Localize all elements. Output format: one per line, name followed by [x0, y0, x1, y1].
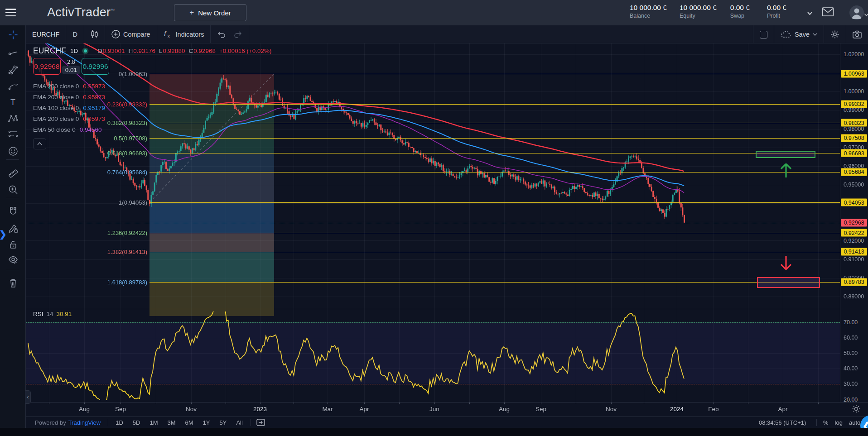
panel-expand-icon[interactable]: ❯: [0, 228, 5, 240]
range-button-6m[interactable]: 6M: [183, 419, 196, 426]
indicator-value: 0.95973: [83, 94, 105, 101]
chart-area: 0(1.00963)0.236(0.99332)0.382(0.98323)0.…: [26, 43, 868, 428]
tool-hide-all[interactable]: [8, 254, 19, 265]
fib-level-line[interactable]: [149, 153, 840, 153]
mail-icon[interactable]: [822, 7, 834, 17]
plus-icon: +: [189, 8, 194, 17]
interval-button[interactable]: D: [66, 25, 83, 43]
layout-icon: [760, 31, 767, 38]
down-arrow[interactable]: [778, 255, 794, 271]
tool-pitchfork[interactable]: [8, 64, 19, 75]
fib-level-line[interactable]: [149, 138, 840, 139]
fib-level-line[interactable]: [149, 74, 840, 74]
fib-level-line[interactable]: [149, 172, 840, 172]
chart-style-button[interactable]: [84, 25, 105, 43]
legend-symbol[interactable]: EURCHF: [33, 46, 66, 56]
tool-trend-line[interactable]: [8, 48, 19, 58]
price-plot[interactable]: 0(1.00963)0.236(0.99332)0.382(0.98323)0.…: [26, 43, 840, 428]
price-axis-label: 0.95000: [844, 182, 864, 188]
screenshot-button[interactable]: [846, 25, 868, 43]
compare-button[interactable]: Compare: [105, 25, 157, 43]
camera-icon: [853, 30, 862, 38]
svg-text:f: f: [164, 30, 167, 38]
range-button-5y[interactable]: 5Y: [217, 419, 229, 426]
toolbar-divider: [6, 159, 19, 160]
rsi-collapse-handle[interactable]: ‹: [25, 390, 31, 404]
fib-level-line[interactable]: [149, 104, 840, 105]
tool-ruler[interactable]: [8, 168, 19, 179]
avatar[interactable]: [849, 5, 864, 20]
indicators-button[interactable]: fx Indicators: [157, 25, 211, 43]
range-button-all[interactable]: All: [234, 419, 245, 426]
fib-level-line[interactable]: [149, 282, 840, 283]
tool-lock-all[interactable]: [8, 239, 19, 250]
indicator-row[interactable]: EMA 200 close 00.95973: [33, 115, 105, 122]
time-axis-label: Nov: [606, 406, 617, 412]
time-tick: [818, 402, 819, 404]
time-tick: [748, 402, 748, 404]
time-tick: [783, 402, 783, 404]
tool-brush[interactable]: [8, 81, 19, 92]
fib-level-label: 1.236(0.92422): [26, 230, 147, 236]
tool-emoji[interactable]: [8, 146, 19, 157]
theme-icon[interactable]: [852, 404, 861, 413]
save-button[interactable]: Save: [774, 25, 824, 43]
tool-zoom-in[interactable]: [8, 184, 19, 195]
time-axis[interactable]: AugSepNov2023MarAprJunAugSepNov2024FebAp…: [26, 402, 868, 417]
legend-collapse-button[interactable]: [33, 138, 46, 149]
tradingview-link[interactable]: TradingView: [68, 419, 101, 426]
tool-remove-all[interactable]: [8, 278, 19, 288]
price-axis[interactable]: 1.020001.000000.990000.980000.970000.960…: [840, 43, 868, 402]
chart-legend: EURCHF 1D O0.93001 H0.93176 L0.92880 C0.…: [33, 46, 272, 56]
indicator-row[interactable]: EMA 100 close 00.95179: [33, 105, 105, 111]
range-button-1d[interactable]: 1D: [113, 419, 125, 426]
tool-forecast[interactable]: [8, 129, 19, 139]
range-button-1m[interactable]: 1M: [147, 419, 160, 426]
avatar-caret-icon[interactable]: [864, 14, 868, 16]
menu-icon[interactable]: [5, 9, 16, 16]
metric-label: Balance: [630, 13, 667, 19]
fib-level-line[interactable]: [149, 233, 840, 233]
chart-toolbar: EURCHF D Compare fx Indicators: [26, 25, 868, 43]
goto-date-icon[interactable]: [256, 418, 266, 426]
fib-level-line[interactable]: [149, 123, 840, 123]
auto-scale-button[interactable]: auto: [849, 419, 860, 426]
time-tick: [121, 402, 121, 404]
rsi-axis-label: 60.00: [844, 335, 858, 341]
fib-level-line[interactable]: [149, 252, 840, 252]
log-scale-button[interactable]: log: [835, 419, 843, 426]
range-button-5d[interactable]: 5D: [130, 419, 143, 426]
undo-button[interactable]: [211, 25, 232, 43]
symbol-button[interactable]: EURCHF: [26, 25, 66, 43]
buy-target-box[interactable]: [756, 151, 815, 158]
tool-text[interactable]: T: [8, 97, 19, 108]
percent-scale-button[interactable]: %: [823, 419, 829, 426]
clock[interactable]: 08:34:56 (UTC+1): [759, 419, 806, 426]
range-button-1y[interactable]: 1Y: [201, 419, 212, 426]
sell-target-box[interactable]: [757, 277, 820, 288]
time-tick: [434, 402, 435, 404]
new-order-button[interactable]: +New Order: [174, 4, 246, 21]
up-arrow[interactable]: [778, 162, 794, 178]
settings-button[interactable]: [824, 25, 846, 43]
time-tick: [576, 402, 576, 404]
tool-magnet[interactable]: [8, 206, 19, 217]
pane-separator[interactable]: [26, 309, 840, 309]
tool-drawing-lock[interactable]: [8, 223, 19, 234]
multichart-button[interactable]: [753, 25, 774, 43]
indicator-row[interactable]: EMA 200 close 00.95973: [33, 83, 105, 90]
metric-value: 0.00 €: [767, 4, 786, 12]
buy-price-button[interactable]: 0.92996: [82, 58, 109, 75]
range-button-3m[interactable]: 3M: [165, 419, 178, 426]
tool-crosshair[interactable]: [8, 29, 19, 40]
tool-xabcd-pattern[interactable]: [8, 113, 19, 124]
market-status-icon[interactable]: [82, 48, 89, 54]
bottom-toolbar: Powered by TradingView 1D5D1M3M6M1Y5YAll…: [26, 417, 868, 428]
indicator-row[interactable]: EMA 200 close 00.95973: [33, 94, 105, 101]
fib-level-line[interactable]: [149, 202, 840, 203]
redo-button[interactable]: [232, 25, 249, 43]
profit-caret-icon[interactable]: [807, 12, 812, 15]
fib-price-tag: 0.99332: [841, 100, 867, 108]
indicator-row[interactable]: EMA 50 close 00.94560: [33, 126, 102, 133]
sell-price-button[interactable]: 0.92968: [33, 58, 61, 75]
